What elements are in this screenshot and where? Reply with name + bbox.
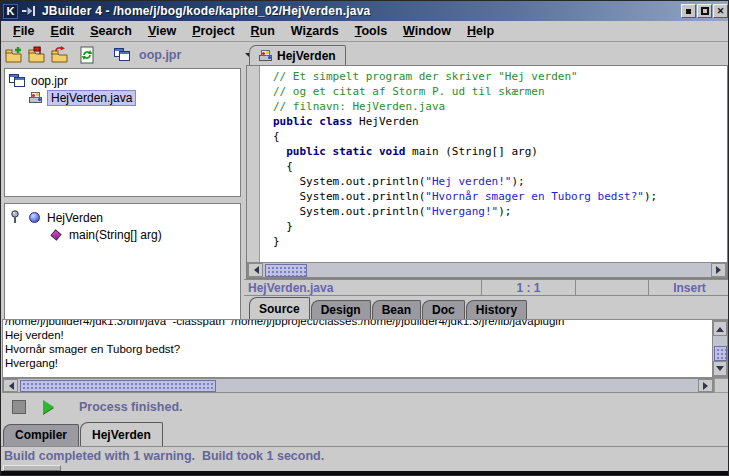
code-line: // og et citat af Storm P. ud til skærme…: [273, 84, 727, 99]
project-properties-icon: [27, 46, 47, 64]
code-area[interactable]: // Et simpelt program der skriver "Hej v…: [261, 66, 727, 263]
arrow-right-icon: [716, 266, 725, 274]
project-tree-pane: oop.jpr HejVerden.java: [4, 68, 241, 197]
output-horizontal-scrollbar[interactable]: [2, 378, 714, 393]
scroll-right-button[interactable]: [698, 379, 713, 392]
structure-pin-icon[interactable]: [10, 210, 20, 229]
tab-bean[interactable]: Bean: [372, 300, 421, 319]
menu-view[interactable]: View: [140, 24, 184, 38]
maximize-button[interactable]: [697, 4, 712, 18]
tree-node-file[interactable]: HejVerden.java: [25, 89, 240, 106]
arrow-down-icon: [716, 366, 724, 375]
pin-icon[interactable]: [21, 5, 37, 17]
output-hscroll-thumb[interactable]: [20, 380, 216, 392]
project-properties-button[interactable]: [27, 44, 47, 66]
code-line: System.out.println("Hvornår smager en Tu…: [273, 189, 727, 204]
editor-view-tabs: Source Design Bean Doc History: [246, 296, 729, 319]
arrow-left-icon: [250, 266, 259, 274]
run-control-bar: Process finished.: [1, 393, 729, 421]
editor-tab-label: HejVerden: [277, 49, 336, 63]
close-button[interactable]: ✕: [713, 4, 728, 18]
run-output-pane[interactable]: /home/j/jbuilder4/jdk1.3/bin/java -class…: [2, 319, 729, 378]
open-project-icon: [4, 46, 24, 64]
menu-help[interactable]: Help: [459, 24, 502, 38]
status-empty-cell: [576, 280, 649, 295]
build-status-bar: Build completed with 1 warning. Build to…: [1, 447, 729, 465]
menu-window[interactable]: Window: [395, 24, 459, 38]
editor-horizontal-scrollbar[interactable]: [247, 262, 727, 278]
jbuilder-window: K JBuilder 4 - /home/j/bog/kode/kapitel_…: [0, 0, 729, 476]
message-pane-tabs: Compiler HejVerden: [1, 421, 729, 447]
main-toolbar: oop.jpr: [1, 42, 244, 67]
method-name-label: main(String[] arg): [66, 228, 165, 242]
refresh-icon: [78, 46, 96, 64]
project-selector[interactable]: oop.jpr: [112, 48, 253, 62]
menu-project[interactable]: Project: [184, 24, 242, 38]
menu-bar: FileEditSearchViewProjectRunWizardsTools…: [1, 21, 729, 42]
java-file-icon: [258, 49, 274, 62]
method-icon: [50, 229, 61, 240]
status-file-name: HejVerden.java: [244, 280, 482, 295]
output-line: Hvergang!: [5, 356, 711, 370]
tab-source[interactable]: Source: [249, 297, 310, 319]
output-vscroll-thumb[interactable]: [714, 346, 727, 361]
menu-file[interactable]: File: [5, 24, 43, 38]
open-project-button[interactable]: [4, 44, 24, 66]
menu-edit[interactable]: Edit: [43, 24, 83, 38]
arrow-up-icon: [716, 323, 724, 332]
title-bar: K JBuilder 4 - /home/j/bog/kode/kapitel_…: [1, 1, 729, 21]
code-line: // Et simpelt program der skriver "Hej v…: [273, 69, 727, 84]
structure-node-class[interactable]: HejVerden: [27, 209, 240, 226]
stop-button[interactable]: [12, 400, 26, 414]
menu-search[interactable]: Search: [82, 24, 140, 38]
scroll-left-button[interactable]: [248, 263, 263, 277]
editor-file-tab[interactable]: HejVerden: [249, 45, 346, 65]
scroll-right-button[interactable]: [711, 263, 726, 277]
java-file-icon: [28, 91, 44, 104]
tab-hejverden[interactable]: HejVerden: [80, 422, 163, 446]
structure-pane: HejVerden main(String[] arg): [4, 203, 241, 321]
code-line: public class HejVerden: [273, 114, 727, 129]
structure-node-method[interactable]: main(String[] arg): [49, 226, 240, 243]
class-icon: [29, 212, 40, 223]
code-line: }: [273, 219, 727, 234]
code-line: {: [273, 129, 727, 144]
maximize-icon: [701, 7, 709, 15]
arrow-left-icon: [5, 382, 14, 390]
code-line: }: [273, 234, 727, 249]
class-name-label: HejVerden: [44, 211, 106, 225]
minimize-icon: [686, 9, 691, 14]
menu-wizards[interactable]: Wizards: [283, 24, 347, 38]
run-button[interactable]: [43, 400, 61, 414]
refresh-button[interactable]: [78, 44, 96, 66]
code-editor[interactable]: // Et simpelt program der skriver "Hej v…: [246, 65, 728, 279]
tab-compiler[interactable]: Compiler: [3, 424, 79, 446]
scroll-down-button[interactable]: [713, 361, 727, 376]
minimize-button[interactable]: [681, 4, 696, 18]
status-insert-mode: Insert: [649, 280, 729, 295]
tab-doc[interactable]: Doc: [422, 300, 465, 319]
editor-status-bar: HejVerden.java 1 : 1 Insert: [244, 279, 729, 296]
code-line: // filnavn: HejVerden.java: [273, 99, 727, 114]
menu-run[interactable]: Run: [243, 24, 283, 38]
status-caret-position: 1 : 1: [482, 280, 576, 295]
close-project-icon: [50, 46, 70, 64]
process-status-message: Process finished.: [79, 400, 183, 414]
output-vertical-scrollbar[interactable]: [712, 320, 728, 377]
project-icon: [9, 74, 25, 87]
arrow-right-icon: [703, 382, 712, 390]
kde-app-icon[interactable]: K: [3, 4, 18, 19]
code-line: public static void main (String[] arg): [273, 144, 727, 159]
menu-tools[interactable]: Tools: [347, 24, 395, 38]
tab-history[interactable]: History: [466, 300, 527, 319]
scroll-left-button[interactable]: [3, 379, 18, 392]
tab-design[interactable]: Design: [311, 300, 371, 319]
tree-node-project[interactable]: oop.jpr: [7, 72, 240, 89]
output-line: Hej verden!: [5, 328, 711, 342]
code-line: System.out.println("Hvergang!");: [273, 204, 727, 219]
editor-hscroll-thumb[interactable]: [265, 264, 307, 277]
output-command-line: /home/j/jbuilder4/jdk1.3/bin/java -class…: [5, 320, 711, 328]
scroll-up-button[interactable]: [713, 321, 727, 336]
project-icon: [114, 48, 130, 61]
close-project-button[interactable]: [50, 44, 70, 66]
